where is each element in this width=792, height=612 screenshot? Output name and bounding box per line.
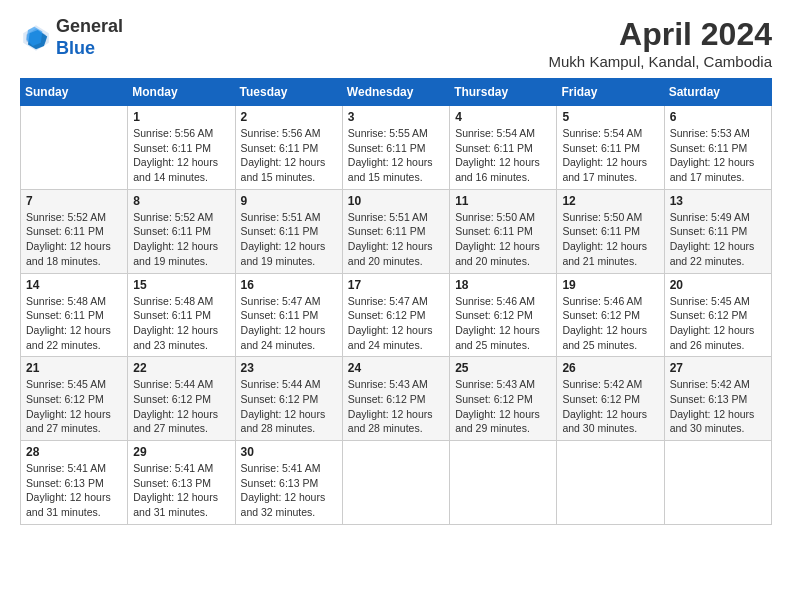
- week-row-5: 28Sunrise: 5:41 AM Sunset: 6:13 PM Dayli…: [21, 441, 772, 525]
- header-day-wednesday: Wednesday: [342, 79, 449, 106]
- calendar-table: SundayMondayTuesdayWednesdayThursdayFrid…: [20, 78, 772, 525]
- calendar-cell: 17Sunrise: 5:47 AM Sunset: 6:12 PM Dayli…: [342, 273, 449, 357]
- day-number: 24: [348, 361, 444, 375]
- calendar-cell: 16Sunrise: 5:47 AM Sunset: 6:11 PM Dayli…: [235, 273, 342, 357]
- calendar-cell: 8Sunrise: 5:52 AM Sunset: 6:11 PM Daylig…: [128, 189, 235, 273]
- header-day-sunday: Sunday: [21, 79, 128, 106]
- calendar-cell: 7Sunrise: 5:52 AM Sunset: 6:11 PM Daylig…: [21, 189, 128, 273]
- logo-text: General Blue: [56, 16, 123, 59]
- day-info: Sunrise: 5:55 AM Sunset: 6:11 PM Dayligh…: [348, 126, 444, 185]
- header-day-friday: Friday: [557, 79, 664, 106]
- day-info: Sunrise: 5:52 AM Sunset: 6:11 PM Dayligh…: [26, 210, 122, 269]
- day-number: 20: [670, 278, 766, 292]
- calendar-cell: 30Sunrise: 5:41 AM Sunset: 6:13 PM Dayli…: [235, 441, 342, 525]
- week-row-4: 21Sunrise: 5:45 AM Sunset: 6:12 PM Dayli…: [21, 357, 772, 441]
- calendar-cell: 21Sunrise: 5:45 AM Sunset: 6:12 PM Dayli…: [21, 357, 128, 441]
- page-header: General Blue April 2024 Mukh Kampul, Kan…: [20, 16, 772, 70]
- day-number: 25: [455, 361, 551, 375]
- calendar-cell: 3Sunrise: 5:55 AM Sunset: 6:11 PM Daylig…: [342, 106, 449, 190]
- day-number: 21: [26, 361, 122, 375]
- day-info: Sunrise: 5:42 AM Sunset: 6:13 PM Dayligh…: [670, 377, 766, 436]
- day-info: Sunrise: 5:53 AM Sunset: 6:11 PM Dayligh…: [670, 126, 766, 185]
- day-info: Sunrise: 5:42 AM Sunset: 6:12 PM Dayligh…: [562, 377, 658, 436]
- calendar-cell: 10Sunrise: 5:51 AM Sunset: 6:11 PM Dayli…: [342, 189, 449, 273]
- calendar-cell: 11Sunrise: 5:50 AM Sunset: 6:11 PM Dayli…: [450, 189, 557, 273]
- day-info: Sunrise: 5:47 AM Sunset: 6:11 PM Dayligh…: [241, 294, 337, 353]
- day-number: 5: [562, 110, 658, 124]
- calendar-cell: [21, 106, 128, 190]
- calendar-cell: 15Sunrise: 5:48 AM Sunset: 6:11 PM Dayli…: [128, 273, 235, 357]
- day-number: 3: [348, 110, 444, 124]
- calendar-cell: 20Sunrise: 5:45 AM Sunset: 6:12 PM Dayli…: [664, 273, 771, 357]
- day-info: Sunrise: 5:56 AM Sunset: 6:11 PM Dayligh…: [133, 126, 229, 185]
- day-info: Sunrise: 5:50 AM Sunset: 6:11 PM Dayligh…: [455, 210, 551, 269]
- day-number: 23: [241, 361, 337, 375]
- day-info: Sunrise: 5:51 AM Sunset: 6:11 PM Dayligh…: [241, 210, 337, 269]
- day-number: 17: [348, 278, 444, 292]
- day-number: 4: [455, 110, 551, 124]
- day-info: Sunrise: 5:54 AM Sunset: 6:11 PM Dayligh…: [455, 126, 551, 185]
- day-info: Sunrise: 5:48 AM Sunset: 6:11 PM Dayligh…: [26, 294, 122, 353]
- day-info: Sunrise: 5:50 AM Sunset: 6:11 PM Dayligh…: [562, 210, 658, 269]
- calendar-cell: 19Sunrise: 5:46 AM Sunset: 6:12 PM Dayli…: [557, 273, 664, 357]
- calendar-cell: [664, 441, 771, 525]
- calendar-cell: [342, 441, 449, 525]
- calendar-cell: 23Sunrise: 5:44 AM Sunset: 6:12 PM Dayli…: [235, 357, 342, 441]
- day-info: Sunrise: 5:46 AM Sunset: 6:12 PM Dayligh…: [562, 294, 658, 353]
- calendar-cell: 26Sunrise: 5:42 AM Sunset: 6:12 PM Dayli…: [557, 357, 664, 441]
- location-subtitle: Mukh Kampul, Kandal, Cambodia: [549, 53, 772, 70]
- week-row-1: 1Sunrise: 5:56 AM Sunset: 6:11 PM Daylig…: [21, 106, 772, 190]
- day-info: Sunrise: 5:44 AM Sunset: 6:12 PM Dayligh…: [133, 377, 229, 436]
- day-info: Sunrise: 5:41 AM Sunset: 6:13 PM Dayligh…: [133, 461, 229, 520]
- calendar-cell: 13Sunrise: 5:49 AM Sunset: 6:11 PM Dayli…: [664, 189, 771, 273]
- calendar-cell: 4Sunrise: 5:54 AM Sunset: 6:11 PM Daylig…: [450, 106, 557, 190]
- calendar-cell: 25Sunrise: 5:43 AM Sunset: 6:12 PM Dayli…: [450, 357, 557, 441]
- day-number: 13: [670, 194, 766, 208]
- day-info: Sunrise: 5:46 AM Sunset: 6:12 PM Dayligh…: [455, 294, 551, 353]
- calendar-cell: 28Sunrise: 5:41 AM Sunset: 6:13 PM Dayli…: [21, 441, 128, 525]
- calendar-cell: 9Sunrise: 5:51 AM Sunset: 6:11 PM Daylig…: [235, 189, 342, 273]
- calendar-cell: 12Sunrise: 5:50 AM Sunset: 6:11 PM Dayli…: [557, 189, 664, 273]
- day-number: 7: [26, 194, 122, 208]
- day-number: 18: [455, 278, 551, 292]
- calendar-cell: 14Sunrise: 5:48 AM Sunset: 6:11 PM Dayli…: [21, 273, 128, 357]
- day-info: Sunrise: 5:45 AM Sunset: 6:12 PM Dayligh…: [26, 377, 122, 436]
- day-number: 22: [133, 361, 229, 375]
- day-info: Sunrise: 5:47 AM Sunset: 6:12 PM Dayligh…: [348, 294, 444, 353]
- day-info: Sunrise: 5:54 AM Sunset: 6:11 PM Dayligh…: [562, 126, 658, 185]
- calendar-cell: 2Sunrise: 5:56 AM Sunset: 6:11 PM Daylig…: [235, 106, 342, 190]
- day-info: Sunrise: 5:48 AM Sunset: 6:11 PM Dayligh…: [133, 294, 229, 353]
- calendar-body: 1Sunrise: 5:56 AM Sunset: 6:11 PM Daylig…: [21, 106, 772, 525]
- logo-icon: [20, 22, 52, 54]
- day-number: 10: [348, 194, 444, 208]
- day-number: 8: [133, 194, 229, 208]
- month-title: April 2024: [549, 16, 772, 53]
- calendar-cell: 18Sunrise: 5:46 AM Sunset: 6:12 PM Dayli…: [450, 273, 557, 357]
- day-number: 11: [455, 194, 551, 208]
- calendar-cell: [557, 441, 664, 525]
- header-row: SundayMondayTuesdayWednesdayThursdayFrid…: [21, 79, 772, 106]
- calendar-cell: 5Sunrise: 5:54 AM Sunset: 6:11 PM Daylig…: [557, 106, 664, 190]
- day-number: 12: [562, 194, 658, 208]
- calendar-cell: [450, 441, 557, 525]
- day-number: 14: [26, 278, 122, 292]
- header-day-thursday: Thursday: [450, 79, 557, 106]
- day-number: 28: [26, 445, 122, 459]
- day-number: 15: [133, 278, 229, 292]
- day-number: 16: [241, 278, 337, 292]
- calendar-cell: 29Sunrise: 5:41 AM Sunset: 6:13 PM Dayli…: [128, 441, 235, 525]
- header-day-tuesday: Tuesday: [235, 79, 342, 106]
- day-info: Sunrise: 5:51 AM Sunset: 6:11 PM Dayligh…: [348, 210, 444, 269]
- day-number: 9: [241, 194, 337, 208]
- calendar-cell: 6Sunrise: 5:53 AM Sunset: 6:11 PM Daylig…: [664, 106, 771, 190]
- calendar-cell: 1Sunrise: 5:56 AM Sunset: 6:11 PM Daylig…: [128, 106, 235, 190]
- day-number: 2: [241, 110, 337, 124]
- day-info: Sunrise: 5:41 AM Sunset: 6:13 PM Dayligh…: [241, 461, 337, 520]
- calendar-header: SundayMondayTuesdayWednesdayThursdayFrid…: [21, 79, 772, 106]
- calendar-cell: 27Sunrise: 5:42 AM Sunset: 6:13 PM Dayli…: [664, 357, 771, 441]
- day-info: Sunrise: 5:56 AM Sunset: 6:11 PM Dayligh…: [241, 126, 337, 185]
- week-row-3: 14Sunrise: 5:48 AM Sunset: 6:11 PM Dayli…: [21, 273, 772, 357]
- calendar-cell: 24Sunrise: 5:43 AM Sunset: 6:12 PM Dayli…: [342, 357, 449, 441]
- day-info: Sunrise: 5:43 AM Sunset: 6:12 PM Dayligh…: [455, 377, 551, 436]
- day-info: Sunrise: 5:52 AM Sunset: 6:11 PM Dayligh…: [133, 210, 229, 269]
